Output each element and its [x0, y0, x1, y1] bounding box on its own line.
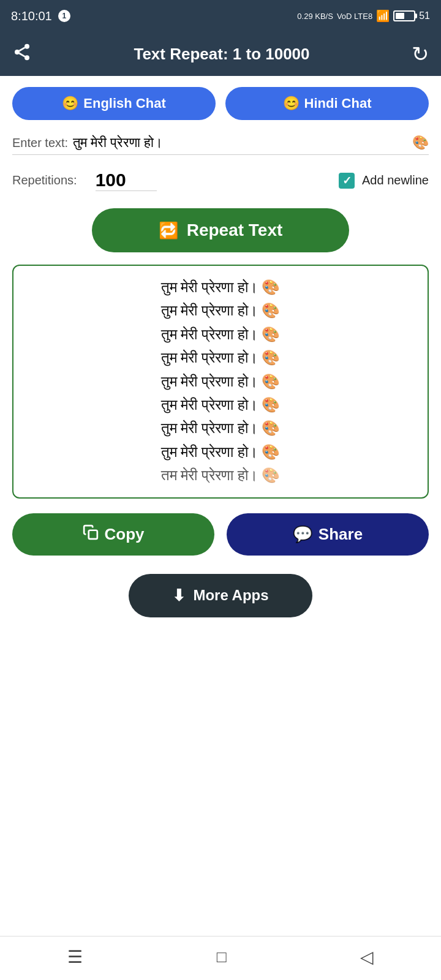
- output-line-8: तुम मेरी प्रेरणा हो। 🎨: [26, 440, 415, 464]
- repeat-icon: 🔁: [159, 221, 178, 240]
- output-line-4: तुम मेरी प्रेरणा हो। 🎨: [26, 346, 415, 369]
- english-chat-label: English Chat: [83, 96, 165, 111]
- output-line-5: तुम मेरी प्रेरणा हो। 🎨: [26, 370, 415, 393]
- newline-label: Add newline: [362, 173, 429, 187]
- data-type: VoD LTE8: [337, 12, 372, 21]
- main-content: 😊 English Chat 😊 Hindi Chat Enter text: …: [0, 76, 441, 647]
- svg-point-2: [24, 55, 29, 60]
- add-newline-checkbox[interactable]: [339, 173, 355, 189]
- english-chat-button[interactable]: 😊 English Chat: [12, 87, 216, 120]
- output-box: तुम मेरी प्रेरणा हो। 🎨 तुम मेरी प्रेरणा …: [12, 265, 429, 499]
- output-line-6: तुम मेरी प्रेरणा हो। 🎨: [26, 393, 415, 417]
- output-line-9: तम मेरी प्रेरणा हो। 🎨: [26, 464, 415, 487]
- refresh-icon[interactable]: ↻: [412, 42, 429, 66]
- more-apps-label: More Apps: [193, 587, 268, 604]
- repeat-text-button[interactable]: 🔁 Repeat Text: [92, 208, 349, 252]
- svg-point-0: [24, 43, 29, 48]
- english-chat-emoji: 😊: [62, 96, 78, 111]
- more-apps-wrapper: ⬇ More Apps: [12, 574, 429, 636]
- copy-label: Copy: [105, 525, 145, 544]
- text-input-field[interactable]: [73, 135, 412, 151]
- repetitions-row: Repetitions: Add newline: [12, 170, 429, 191]
- nav-menu-icon[interactable]: ☰: [67, 947, 83, 967]
- nav-home-icon[interactable]: □: [217, 948, 227, 967]
- more-apps-button[interactable]: ⬇ More Apps: [129, 574, 312, 617]
- output-line-1: तुम मेरी प्रेरणा हो। 🎨: [26, 276, 415, 299]
- hindi-chat-button[interactable]: 😊 Hindi Chat: [225, 87, 429, 120]
- whatsapp-icon: 💬: [293, 525, 312, 544]
- battery-icon: [393, 10, 415, 21]
- palette-emoji: 🎨: [412, 135, 429, 151]
- notification-badge: 1: [58, 10, 70, 22]
- copy-icon: [83, 524, 99, 545]
- action-buttons-row: Copy 💬 Share: [12, 513, 429, 556]
- nav-bar: ☰ □ ◁: [0, 936, 441, 980]
- svg-rect-5: [88, 530, 97, 538]
- share-icon[interactable]: [12, 42, 32, 66]
- hindi-chat-label: Hindi Chat: [304, 96, 372, 111]
- text-input-row: Enter text: 🎨: [12, 135, 429, 155]
- status-time: 8:10:01: [11, 9, 52, 23]
- nav-back-icon[interactable]: ◁: [360, 947, 374, 967]
- chat-buttons-row: 😊 English Chat 😊 Hindi Chat: [12, 87, 429, 120]
- output-line-7: तुम मेरी प्रेरणा हो। 🎨: [26, 417, 415, 440]
- rep-label: Repetitions:: [12, 173, 77, 187]
- text-input-label: Enter text:: [12, 136, 68, 150]
- share-button[interactable]: 💬 Share: [227, 513, 429, 556]
- svg-point-1: [15, 50, 20, 55]
- signal-icon: 📶: [376, 9, 390, 23]
- status-bar: 8:10:01 1 0.29 KB/S VoD LTE8 📶 51: [0, 0, 441, 32]
- app-title: Text Repeat: 1 to 10000: [32, 45, 412, 64]
- output-line-2: तुम मेरी प्रेरणा हो। 🎨: [26, 299, 415, 322]
- svg-line-4: [19, 47, 24, 50]
- battery-level: 51: [419, 10, 430, 21]
- data-speed: 0.29 KB/S: [297, 12, 333, 21]
- output-line-3: तुम मेरी प्रेरणा हो। 🎨: [26, 323, 415, 346]
- newline-option: Add newline: [339, 173, 429, 189]
- app-header: Text Repeat: 1 to 10000 ↻: [0, 32, 441, 76]
- repeat-text-label: Repeat Text: [187, 221, 283, 240]
- share-label: Share: [318, 525, 363, 544]
- repetitions-input[interactable]: [96, 170, 157, 191]
- download-icon: ⬇: [172, 586, 186, 605]
- copy-button[interactable]: Copy: [12, 513, 214, 556]
- hindi-chat-emoji: 😊: [283, 96, 300, 111]
- svg-line-3: [19, 53, 24, 56]
